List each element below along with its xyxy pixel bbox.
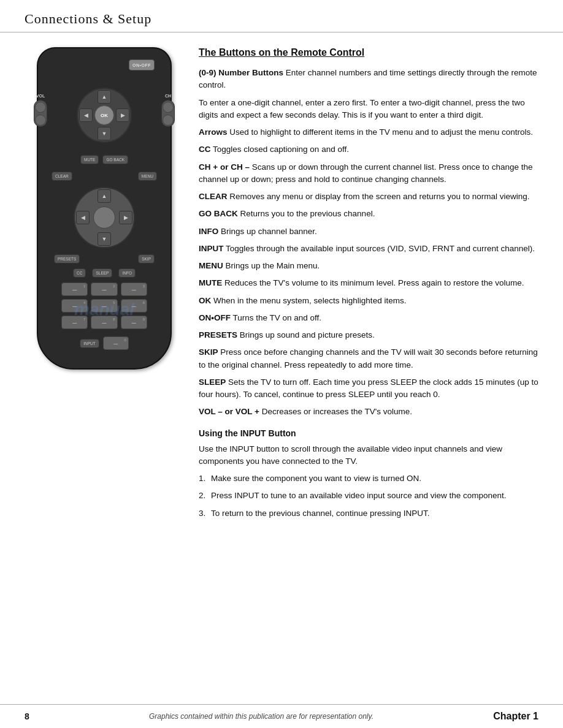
vol-area: VOL: [34, 94, 47, 127]
num-9: —9: [121, 316, 147, 329]
term-6: GO BACK: [199, 209, 238, 218]
desc-16: Decreases or increases the TV's volume.: [259, 407, 412, 416]
desc-block-9: MENU Brings up the Main menu.: [199, 260, 538, 272]
mid-left: ◀: [76, 211, 90, 224]
number-grid: —1 —2 —3 —4 —5 —6 —7 —8 —9: [61, 282, 147, 329]
term-11: OK: [199, 296, 211, 305]
desc-block-14: SKIP Press once before changing channels…: [199, 346, 538, 371]
footer-center-text: Graphics contained within this publicati…: [149, 712, 373, 721]
num-5: —5: [91, 299, 117, 313]
term-2: Arrows: [199, 127, 228, 137]
desc-block-1: To enter a one-digit channel, enter a ze…: [199, 97, 538, 122]
arrow-right: ▶: [116, 108, 129, 122]
list-item-3: 3. To return to the previous channel, co…: [199, 507, 538, 520]
arrow-down: ▼: [98, 127, 111, 140]
arrow-pad: ▲ ▼ ◀ ▶ OK: [77, 88, 132, 143]
term-0: (0-9) Number Buttons: [199, 68, 283, 77]
cc-sleep-info-row: CC SLEEP INFO: [73, 268, 136, 278]
desc-block-2: Arrows Used to highlight to different it…: [199, 126, 538, 138]
desc-7: Brings up channel banner.: [218, 227, 317, 236]
page-header: Connections & Setup: [0, 0, 563, 32]
ch-up: [163, 102, 174, 113]
vol-label: VOL: [36, 94, 45, 98]
numbered-list: 1. Make sure the component you want to v…: [199, 472, 538, 520]
desc-block-6: GO BACK Returns you to the previous chan…: [199, 208, 538, 220]
onoff-button: ON•OFF: [129, 59, 155, 70]
desc-9: Brings up the Main menu.: [223, 261, 320, 270]
term-16: VOL – or VOL +: [199, 407, 259, 416]
onoff-label: ON•OFF: [132, 63, 151, 67]
term-10: MUTE: [199, 278, 222, 287]
term-14: SKIP: [199, 347, 218, 357]
desc-block-16: VOL – or VOL + Decreases or increases th…: [199, 406, 538, 418]
desc-block-8: INPUT Toggles through the available inpu…: [199, 243, 538, 255]
text-column: The Buttons on the Remote Control (0-9) …: [199, 47, 538, 525]
mid-center: [93, 207, 115, 229]
list-num-3: 3.: [199, 507, 205, 520]
cc-button: CC: [73, 268, 86, 278]
arrow-outer: ▲ ▼ ◀ ▶ OK: [77, 88, 132, 143]
desc-10: Reduces the TV's volume to its minimum l…: [222, 278, 524, 287]
menu-button: MENU: [138, 172, 157, 181]
num-8: —8: [91, 316, 117, 329]
clear-menu-row: CLEAR MENU: [49, 172, 159, 181]
desc-block-3: CC Toggles closed captioning on and off.: [199, 143, 538, 156]
term-12: ON•OFF: [199, 313, 231, 322]
ch-down: [163, 115, 174, 126]
desc-15: Sets the TV to turn off. Each time you p…: [199, 377, 538, 399]
desc-block-12: ON•OFF Turns the TV on and off.: [199, 312, 538, 324]
num-3: —3: [121, 282, 147, 296]
presets-skip-row: PRESETS SKIP: [49, 254, 159, 264]
desc-12: Turns the TV on and off.: [231, 313, 321, 322]
term-9: MENU: [199, 261, 223, 270]
footer-page-num: 8: [25, 711, 29, 721]
skip-button: SKIP: [138, 254, 155, 264]
desc-5: Removes any menu or display from the scr…: [228, 192, 530, 201]
subsection-intro: Use the INPUT button to scroll through t…: [199, 443, 538, 468]
desc-6: Returns you to the previous channel.: [238, 209, 375, 218]
desc-11: When in the menu system, selects highlig…: [211, 296, 406, 305]
list-item-2: 2. Press INPUT to tune to an available v…: [199, 490, 538, 502]
desc-block-5: CLEAR Removes any menu or display from t…: [199, 191, 538, 203]
mute-button: MUTE: [80, 155, 99, 164]
desc-14: Press once before changing channels and …: [199, 347, 538, 369]
mid-cluster: ▲ ▼ ◀ ▶: [74, 187, 135, 248]
input-0-row: INPUT —0: [80, 336, 129, 350]
sleep-button: SLEEP: [92, 268, 112, 278]
info-button: INFO: [118, 268, 136, 278]
desc-2: Used to highlight to different items in …: [228, 127, 534, 137]
remote-column: ON•OFF VOL ▲ ▼ ◀: [25, 47, 184, 525]
desc-block-10: MUTE Reduces the TV's volume to its mini…: [199, 277, 538, 289]
main-content: ON•OFF VOL ▲ ▼ ◀: [0, 32, 563, 537]
list-text-2: Press INPUT to tune to an available vide…: [211, 491, 507, 500]
vol-up: [35, 102, 46, 113]
footer-chapter: Chapter 1: [493, 711, 538, 722]
list-text-3: To return to the previous channel, conti…: [211, 509, 429, 518]
desc-3: Toggles closed captioning on and off.: [211, 145, 349, 154]
desc-block-0: (0-9) Number Buttons Enter channel numbe…: [199, 67, 538, 92]
desc-13: Brings up sound and picture presets.: [237, 330, 375, 339]
desc-block-7: INFO Brings up channel banner.: [199, 226, 538, 238]
num-7: —7: [61, 316, 88, 329]
list-num-2: 2.: [199, 490, 205, 502]
presets-button: PRESETS: [54, 254, 80, 264]
num-0: —0: [103, 336, 129, 350]
term-4: CH + or CH –: [199, 162, 250, 172]
ok-label: OK: [101, 113, 108, 118]
ch-area: CH: [161, 94, 175, 127]
list-num-1: 1.: [199, 472, 205, 485]
vol-down: [35, 115, 46, 126]
page-footer: 8 Graphics contained within this publica…: [0, 704, 563, 728]
term-7: INFO: [199, 227, 218, 236]
input-button: INPUT: [80, 339, 99, 348]
mid-dpad: ▲ ▼ ◀ ▶: [74, 187, 135, 248]
clear-button: CLEAR: [52, 172, 72, 181]
list-text-1: Make sure the component you want to view…: [211, 474, 421, 483]
term-15: SLEEP: [199, 377, 226, 387]
desc-1: To enter a one-digit channel, enter a ze…: [199, 98, 525, 119]
mute-goback-row: MUTE GO BACK: [49, 155, 159, 164]
section-title: The Buttons on the Remote Control: [199, 47, 538, 58]
mid-right: ▶: [119, 211, 132, 224]
desc-block-11: OK When in the menu system, selects high…: [199, 295, 538, 307]
desc-block-13: PRESETS Brings up sound and picture pres…: [199, 329, 538, 341]
